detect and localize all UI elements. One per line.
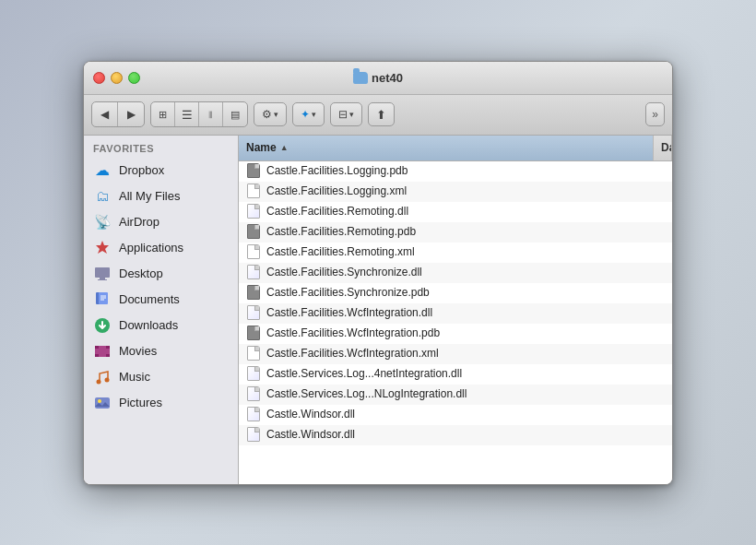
- sidebar-item-airdrop[interactable]: 📡 AirDrop: [84, 209, 238, 235]
- svg-point-15: [105, 377, 110, 382]
- file-name: Castle.Facilities.Remoting.pdb: [266, 225, 665, 238]
- window-title: net40: [353, 71, 403, 85]
- arrange-button[interactable]: ⊟ ▾: [330, 102, 362, 126]
- back-button[interactable]: ◀: [92, 102, 118, 126]
- file-type-icon: [246, 345, 261, 361]
- view-column-button[interactable]: ⫴: [199, 102, 223, 126]
- action-button[interactable]: ⚙ ▾: [254, 102, 287, 126]
- sidebar-label-dropbox: Dropbox: [119, 163, 164, 177]
- movies-icon: [93, 342, 112, 361]
- applications-icon: [93, 239, 112, 257]
- svg-rect-2: [98, 279, 107, 280]
- music-icon: [93, 368, 112, 386]
- sidebar-item-applications[interactable]: Applications: [84, 235, 238, 261]
- sidebar-label-documents: Documents: [119, 292, 180, 306]
- maximize-button[interactable]: [128, 72, 140, 84]
- overflow-button[interactable]: »: [645, 102, 665, 126]
- file-type-icon: [246, 183, 261, 199]
- title-folder-icon: [353, 72, 368, 84]
- back-icon: ◀: [100, 108, 109, 121]
- file-type-icon: [246, 304, 261, 321]
- sidebar-label-downloads: Downloads: [119, 318, 178, 332]
- table-row[interactable]: Castle.Facilities.Logging.xml: [239, 182, 672, 202]
- svg-point-17: [98, 399, 101, 403]
- table-row[interactable]: Castle.Facilities.WcfIntegration.dll: [239, 303, 672, 324]
- file-name: Castle.Services.Log...4netIntegration.dl…: [266, 367, 665, 380]
- forward-button[interactable]: ▶: [118, 102, 144, 126]
- forward-icon: ▶: [127, 108, 136, 121]
- close-button[interactable]: [93, 72, 105, 84]
- sidebar-item-pictures[interactable]: Pictures: [84, 390, 238, 416]
- view-icon-button[interactable]: ⊞: [151, 102, 175, 126]
- share-arrow: ▾: [312, 110, 316, 119]
- file-type-icon: [246, 406, 261, 422]
- file-name: Castle.Facilities.Logging.pdb: [266, 164, 665, 177]
- sidebar-item-music[interactable]: Music: [84, 364, 238, 390]
- sidebar-item-desktop[interactable]: Desktop: [84, 261, 238, 287]
- airdrop-icon: 📡: [93, 213, 112, 231]
- arrange-icon: ⊟: [338, 108, 348, 121]
- col-header-date[interactable]: Date: [654, 136, 672, 160]
- table-row[interactable]: Castle.Facilities.WcfIntegration.pdb: [239, 324, 672, 344]
- sidebar-label-music: Music: [119, 370, 150, 384]
- nav-buttons: ◀ ▶: [91, 101, 145, 127]
- view-list-button[interactable]: ☰: [175, 102, 199, 126]
- column-view-icon: ⫴: [208, 109, 213, 121]
- downloads-icon: [93, 316, 112, 335]
- file-name: Castle.Facilities.Remoting.dll: [266, 205, 665, 218]
- file-type-icon: [246, 223, 261, 240]
- view-cover-button[interactable]: ▤: [223, 102, 247, 126]
- sidebar-item-movies[interactable]: Movies: [84, 338, 238, 364]
- sidebar-section-favorites: FAVORITES: [84, 136, 238, 158]
- sidebar-label-airdrop: AirDrop: [119, 215, 159, 229]
- arrange-arrow: ▾: [349, 110, 354, 119]
- share-button[interactable]: ✦ ▾: [292, 102, 325, 126]
- documents-icon: [93, 290, 112, 309]
- gear-icon: ⚙: [262, 108, 272, 121]
- file-type-icon: [246, 426, 261, 443]
- svg-rect-10: [95, 346, 99, 349]
- sidebar-label-all-my-files: All My Files: [119, 189, 180, 203]
- title-bar: net40: [84, 62, 672, 95]
- minimize-button[interactable]: [111, 72, 123, 84]
- sidebar-item-dropbox[interactable]: ☁ Dropbox: [84, 158, 238, 184]
- view-buttons: ⊞ ☰ ⫴ ▤: [150, 101, 248, 127]
- sidebar-label-pictures: Pictures: [119, 396, 162, 409]
- file-area: Name ▲ Date Castle.Facilities.Logging.pd…: [239, 136, 672, 484]
- file-name: Castle.Facilities.Logging.xml: [266, 184, 665, 197]
- table-row[interactable]: Castle.Facilities.Remoting.dll: [239, 202, 672, 222]
- col-header-name[interactable]: Name ▲: [239, 136, 654, 160]
- table-row[interactable]: Castle.Facilities.Remoting.pdb: [239, 222, 672, 243]
- file-list[interactable]: Castle.Facilities.Logging.pdbCastle.Faci…: [239, 161, 672, 484]
- svg-rect-12: [95, 354, 99, 357]
- table-row[interactable]: Castle.Windsor.dll: [239, 425, 672, 445]
- cover-view-icon: ▤: [230, 109, 240, 121]
- file-list-header: Name ▲ Date: [239, 136, 672, 161]
- table-row[interactable]: Castle.Facilities.Synchronize.pdb: [239, 283, 672, 303]
- table-row[interactable]: Castle.Facilities.Synchronize.dll: [239, 263, 672, 283]
- svg-rect-0: [95, 267, 110, 278]
- sidebar: FAVORITES ☁ Dropbox 🗂 All My Files 📡 Air…: [84, 136, 239, 484]
- table-row[interactable]: Castle.Facilities.WcfIntegration.xml: [239, 344, 672, 364]
- table-row[interactable]: Castle.Facilities.Logging.pdb: [239, 161, 672, 182]
- action-arrow: ▾: [274, 110, 278, 119]
- file-name: Castle.Facilities.Synchronize.dll: [266, 266, 665, 278]
- upload-button[interactable]: ⬆: [368, 102, 395, 126]
- traffic-lights: [93, 72, 140, 84]
- table-row[interactable]: Castle.Services.Log...4netIntegration.dl…: [239, 364, 672, 385]
- file-type-icon: [246, 264, 261, 280]
- table-row[interactable]: Castle.Services.Log...NLogIntegration.dl…: [239, 385, 672, 405]
- file-type-icon: [246, 365, 261, 382]
- file-type-icon: [246, 385, 261, 402]
- sidebar-label-desktop: Desktop: [119, 267, 163, 280]
- file-type-icon: [246, 203, 261, 219]
- sidebar-label-applications: Applications: [119, 241, 183, 255]
- table-row[interactable]: Castle.Windsor.dll: [239, 405, 672, 425]
- icon-view-icon: ⊞: [159, 109, 167, 121]
- sidebar-item-downloads[interactable]: Downloads: [84, 313, 238, 338]
- sidebar-item-all-my-files[interactable]: 🗂 All My Files: [84, 184, 238, 209]
- list-view-icon: ☰: [182, 108, 193, 122]
- table-row[interactable]: Castle.Facilities.Remoting.xml: [239, 243, 672, 263]
- sidebar-item-documents[interactable]: Documents: [84, 287, 238, 313]
- svg-rect-1: [100, 278, 105, 279]
